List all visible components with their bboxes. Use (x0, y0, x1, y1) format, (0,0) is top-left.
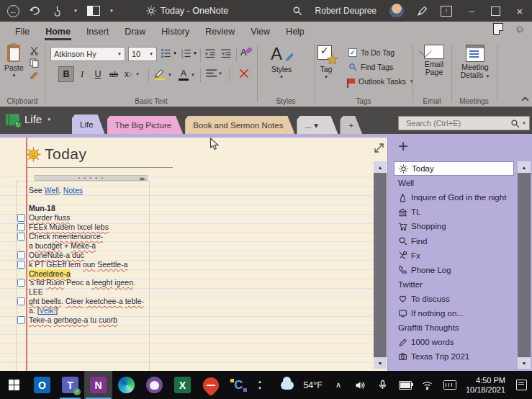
font-size-select[interactable]: 10▼ (128, 47, 157, 61)
ribbon-tab-home[interactable]: Home (39, 22, 77, 41)
highlighter-button[interactable] (153, 67, 166, 83)
page-list-item-twitter[interactable]: Twitter (388, 277, 518, 292)
increase-indent-button[interactable] (220, 48, 232, 61)
page-list-item-well[interactable]: Well (388, 176, 518, 190)
taskbar-capture[interactable]: C (225, 371, 253, 399)
todo-checkbox[interactable] (17, 214, 25, 222)
ribbon-tab-draw[interactable]: Draw (118, 22, 152, 41)
styles-button[interactable]: A Styles▼ (271, 45, 292, 79)
bold-button[interactable]: B (59, 67, 73, 81)
add-page-button[interactable]: + (398, 136, 408, 156)
todo-checkbox[interactable] (17, 316, 25, 324)
page-title[interactable]: Today (45, 145, 87, 163)
font-name-select[interactable]: Atkinson Hy▼ (50, 47, 125, 61)
close-button[interactable]: × (513, 4, 526, 17)
outlook-tasks-button[interactable]: Outlook Tasks▼ (348, 75, 414, 87)
note-line[interactable]: Cheeldree-a (29, 269, 151, 279)
taskbar-overflow-arrows[interactable]: ▲▼ (253, 371, 267, 399)
cut-button[interactable] (27, 45, 40, 56)
italic-button[interactable]: I (75, 67, 89, 81)
minimize-button[interactable]: – (465, 4, 478, 17)
note-line[interactable]: Teke-a gerbege-a tu cuorb (29, 315, 151, 325)
note-line[interactable]: See Well, Notes (29, 186, 151, 195)
highlighter-dropdown[interactable]: ▼ (168, 73, 172, 77)
tag-button[interactable]: ✓ Tag▼ (317, 45, 335, 79)
volume-icon[interactable] (354, 379, 367, 392)
ribbon-tab-file[interactable]: File (9, 22, 36, 41)
account-name[interactable]: Robert Deupree (315, 6, 377, 16)
taskbar-edge[interactable] (112, 371, 140, 399)
clock[interactable]: 4:50 PM 10/18/2021 (466, 376, 505, 395)
todo-checkbox[interactable] (17, 233, 25, 241)
note-container-handle[interactable]: • • • • • ◀▶ (35, 175, 148, 181)
note-line[interactable]: OuneNute-a duc (29, 251, 151, 260)
find-tags-button[interactable]: Find Tags (348, 60, 414, 73)
wifi-icon[interactable] (421, 379, 434, 392)
page-list-item-graffiti-thoughts[interactable]: Graffiti Thoughts (388, 320, 518, 335)
note-link[interactable]: Velk! (40, 306, 56, 315)
taskbar-teams[interactable]: T ✓ (56, 371, 84, 399)
note-line[interactable]: a. [Velk!] (29, 306, 151, 315)
note-line[interactable]: Mun-18 (29, 204, 151, 213)
note-link[interactable]: Well (45, 186, 59, 194)
ribbon-tab-view[interactable]: View (244, 22, 276, 41)
note-line[interactable]: a bucdget + Meke-a (29, 241, 151, 251)
start-button[interactable] (0, 371, 28, 399)
note-line[interactable] (29, 194, 151, 204)
search-box-icon[interactable] (510, 119, 520, 128)
taskbar-outlook[interactable]: O (28, 371, 56, 399)
todo-checkbox[interactable] (17, 297, 25, 305)
ribbon-tab-insert[interactable]: Insert (80, 22, 115, 41)
page-list-item-phone-log[interactable]: Phone Log (388, 263, 518, 277)
page-list-item-find[interactable]: Find (388, 233, 518, 248)
page-list-item-to-discuss[interactable]: To discuss (388, 292, 518, 306)
add-section-tab[interactable]: + (340, 116, 362, 134)
note-line[interactable]: ght beells. Cleer keetchee-a teble- (29, 297, 151, 306)
page-list-scroll-down[interactable]: ▼ (518, 357, 531, 369)
section-tab-life[interactable]: Life (72, 115, 105, 134)
temperature-label[interactable]: 54°F (303, 380, 323, 390)
taskbar-excel[interactable]: X (168, 371, 197, 399)
search-box[interactable]: ▼ (398, 116, 530, 130)
paragraph-alignment-button[interactable]: ▼ (206, 68, 222, 78)
underline-button[interactable]: U (91, 67, 105, 81)
note-line[interactable]: FEEx Mudern Ixcel lebs (29, 223, 151, 232)
taskbar-onenote[interactable]: N (84, 371, 112, 399)
action-center-icon[interactable] (515, 379, 528, 392)
restore-button[interactable] (491, 6, 500, 16)
subscript-button[interactable]: x2 (122, 67, 134, 81)
page-list-scrollbar[interactable]: ▲ ▼ (518, 161, 531, 369)
page-list-item-shopping[interactable]: Shopping (388, 219, 518, 233)
todo-checkbox[interactable] (17, 251, 25, 259)
weather-cloud-icon[interactable] (281, 379, 294, 392)
todo-checkbox[interactable] (17, 279, 25, 287)
format-painter-button[interactable] (27, 70, 40, 81)
clear-formatting-button[interactable]: A (240, 47, 252, 58)
delete-button[interactable] (238, 68, 250, 82)
bullets-button[interactable]: ▼ (161, 48, 177, 58)
paste-button[interactable]: Paste▼ (4, 45, 24, 78)
section-tab-book-and-sermon-notes[interactable]: Book and Sermon Notes (185, 116, 294, 134)
notebook-dropdown[interactable]: Life ▼ (6, 113, 51, 125)
numbering-button[interactable]: 123▼ (181, 48, 197, 58)
note-resize-handle[interactable]: ◀▶ (139, 176, 145, 181)
microphone-icon[interactable] (377, 379, 389, 392)
note-line[interactable]: LEE (29, 287, 151, 297)
font-color-dropdown[interactable]: ▼ (191, 73, 195, 77)
send-feedback-icon[interactable] (493, 23, 503, 35)
canvas-scrollbar[interactable]: ▲ ▼ (374, 161, 387, 369)
search-scope-dropdown[interactable]: ▼ (522, 121, 526, 125)
note-line[interactable]: 's fid Ruon Peoc a leeght igeen. (29, 278, 151, 287)
share-icon[interactable]: ↑ (441, 6, 452, 17)
search-icon[interactable] (292, 6, 302, 16)
full-page-view-icon[interactable] (372, 141, 386, 155)
email-page-button[interactable]: EmailPage (418, 45, 451, 76)
page-list-item-if-nothing-on-[interactable]: If nothing on... (388, 306, 518, 320)
touch-keyboard-icon[interactable] (443, 379, 456, 392)
search-input[interactable] (405, 118, 510, 128)
subscript-dropdown[interactable]: ▼ (135, 72, 140, 76)
font-color-button[interactable]: A (178, 69, 189, 81)
tray-expand-chevron[interactable]: ∧ (332, 379, 345, 392)
ribbon-tab-help[interactable]: Help (279, 22, 311, 41)
battery-icon[interactable] (399, 379, 412, 392)
